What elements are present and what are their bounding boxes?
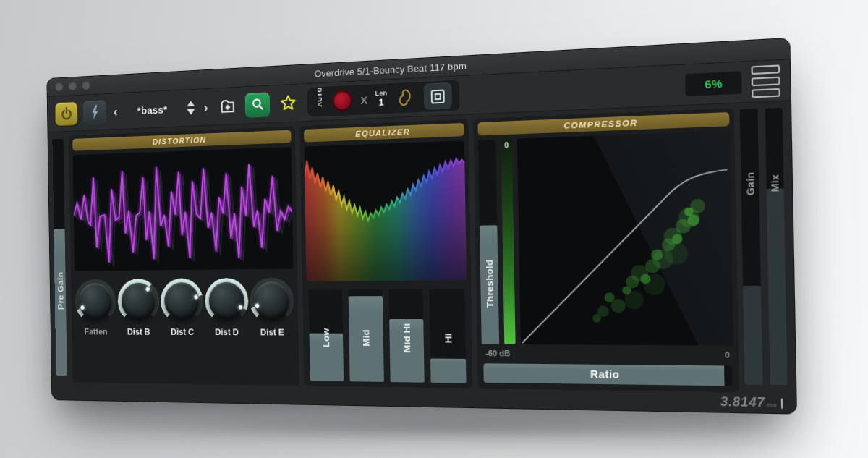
scale-min-label: -60 dB [485,349,510,358]
value-readout[interactable]: 3.8147 ms [720,394,783,411]
length-control[interactable]: Len 1 [375,89,388,109]
knob-label: Fatten [84,327,107,336]
eq-band-label: Mid [360,329,371,346]
compression-curve [519,169,731,344]
threshold-slider[interactable]: Threshold [478,140,499,344]
eq-band-hi[interactable]: Hi [430,289,467,383]
menu-bar-icon [752,76,780,86]
waveform-display [73,147,294,271]
down-arrow-icon [187,109,195,115]
distortion-section: DISTORTION [69,127,299,386]
knob-label: Dist B [127,327,150,336]
spectrum-display [304,140,467,281]
power-icon [59,105,74,122]
gain-reduction-bubbles [590,199,707,323]
equalizer-section: EQUALIZER [299,119,472,389]
mix-slider[interactable]: Mix [765,108,788,386]
knob-row: Fatten Dist B [75,273,294,337]
ratio-label: Ratio [483,363,733,386]
knob-body [208,282,244,320]
knob-label: Dist C [171,327,194,336]
window-controls [55,80,90,91]
eq-band-fill [430,358,466,383]
eq-band-label: Low [320,328,331,347]
up-arrow-icon [187,101,195,106]
eq-band-mid[interactable]: Mid [348,289,383,382]
eq-band-label: Mid Hi [401,323,412,352]
cpu-meter: 6% [686,71,742,96]
mix-fill [766,188,788,385]
eq-band-label: Hi [442,333,453,343]
preset-name[interactable]: *bass* [125,103,180,117]
bypass-button[interactable] [83,100,106,124]
gain-slider[interactable]: Gain [740,109,762,385]
level-meter: 0 [501,139,515,344]
knob-dist-c[interactable]: Dist C [164,282,200,337]
length-value: 1 [378,97,383,108]
gain-fill [743,285,762,384]
zoom-window-button[interactable] [82,80,90,90]
knob-body [78,283,112,320]
lightning-icon [87,103,102,121]
preset-updown-button[interactable] [185,101,196,115]
knob-dist-d[interactable]: Dist D [208,282,244,338]
knob-label: Dist E [260,328,284,338]
knob-body [253,281,290,320]
pre-gain-column: Pre Gain [52,136,68,383]
meter-top-label: 0 [504,141,509,149]
main-content: Pre Gain DISTORTION [48,101,796,394]
gain-label: Gain [744,171,757,195]
threshold-label: Threshold [483,259,495,308]
auto-toggle[interactable]: AUTO [316,96,323,106]
menu-button[interactable] [751,64,780,98]
close-window-button[interactable] [55,82,63,91]
search-icon [250,96,265,113]
eq-band-row: Low Mid Mid Hi Hi [307,284,469,384]
knob-body [121,283,156,320]
record-button[interactable] [332,90,353,112]
toolbar-right: 6% [685,64,780,101]
search-button[interactable] [245,92,271,118]
minimize-window-button[interactable] [69,81,77,90]
equalizer-header: EQUALIZER [304,123,464,143]
square-in-square-icon [429,87,447,106]
menu-bar-icon [752,88,780,98]
star-icon [279,93,298,113]
knob-fatten[interactable]: Fatten [78,283,112,336]
folder-plus-icon [219,97,237,115]
compressor-body: Threshold 0 [478,131,733,346]
readout-value: 3.8147 [720,394,765,411]
prev-preset-button[interactable]: ‹ [111,104,119,118]
eq-band-low[interactable]: Low [309,289,344,381]
knob-dist-b[interactable]: Dist B [121,283,156,337]
menu-bar-icon [751,64,780,75]
clear-button[interactable]: X [360,93,367,106]
eq-band-mid-hi[interactable]: Mid Hi [388,289,425,383]
peanut-icon [396,86,415,109]
compressor-graph[interactable] [517,131,733,346]
pre-gain-slider[interactable]: Pre Gain [52,139,67,376]
next-preset-button[interactable]: › [202,100,210,114]
transport-group: AUTO X Len 1 [307,79,461,118]
output-column: Gain Mix [740,106,790,394]
knob-body [164,282,200,320]
knob-dist-e[interactable]: Dist E [253,281,290,337]
scale-max-label: 0 [725,350,730,360]
favorite-button[interactable] [276,90,301,116]
desktop-background: Overdrive 5/1-Bouncy Beat 117 bpm ‹ *bas… [0,0,868,458]
save-preset-button[interactable] [216,93,239,118]
text-caret [781,398,783,408]
mix-label: Mix [768,174,781,192]
window-title: Overdrive 5/1-Bouncy Beat 117 bpm [315,60,467,79]
compressor-scale: -60 dB 0 [482,349,733,360]
plugin-window: Overdrive 5/1-Bouncy Beat 117 bpm ‹ *bas… [46,38,797,415]
knob-label: Dist D [215,327,239,337]
power-button[interactable] [55,101,78,126]
compressor-section: COMPRESSOR Threshold 0 [473,108,739,392]
readout-suffix: ms [767,402,777,409]
ratio-slider[interactable]: Ratio [483,363,733,386]
window-shadow [65,414,788,440]
panel-toggle-button[interactable] [424,82,452,110]
pre-gain-label: Pre Gain [56,272,65,310]
shape-button[interactable] [395,85,417,110]
